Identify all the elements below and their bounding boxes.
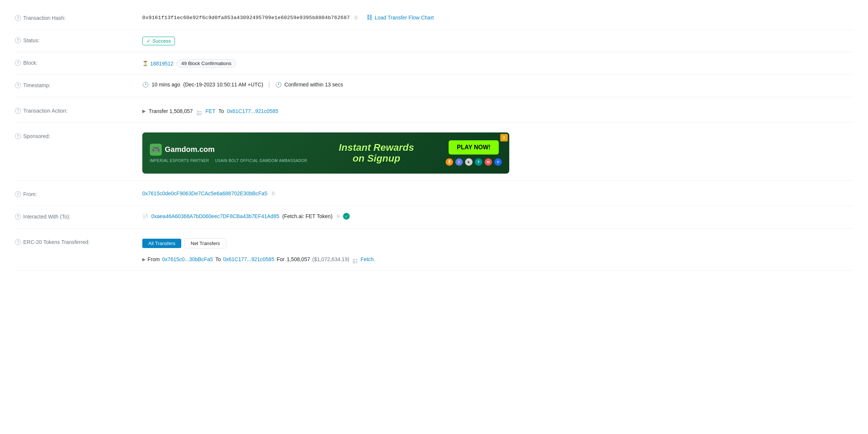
interacted-value-col: 📄 0xaea46A60368A7bD060eec7DF8CBa43b7EF41… <box>142 213 853 220</box>
interacted-address-link[interactable]: 0xaea46A60368A7bD060eec7DF8CBa43b7EF41Ad… <box>151 213 279 219</box>
spacer-1 <box>15 97 853 100</box>
status-help-icon[interactable]: ? <box>15 37 21 43</box>
from-address-link[interactable]: 0x7615c0de0cF9063De7CAc5e6a688702E30bBcF… <box>142 190 267 196</box>
transfer-from-label: From <box>148 256 160 262</box>
sponsor-headline-1: Instant Rewards <box>315 142 438 153</box>
sponsor-crypto-icons: ₿ Ξ Ł T M V <box>446 158 502 166</box>
sponsor-center: Instant Rewards on Signup <box>307 142 446 163</box>
status-value-col: ✓ Success <box>142 37 853 45</box>
bitcoin-icon: ₿ <box>446 158 453 166</box>
confirmations-badge: 49 Block Confirmations <box>176 59 236 68</box>
tx-hash-value: 0x9161f13f1ec60e92f6c9d0fa853a4309249570… <box>142 15 350 21</box>
action-to-address[interactable]: 0x61C177...921c0585 <box>227 108 278 114</box>
sponsor-left: 🎮 Gamdom.com IMPERIAL ESPORTS PARTNER US… <box>150 144 307 163</box>
tx-hash-value-col: 0x9161f13f1ec60e92f6c9d0fa853a4309249570… <box>142 14 853 21</box>
from-row: ? From: 0x7615c0de0cF9063De7CAc5e6a68870… <box>15 184 853 206</box>
erc20-help-icon[interactable]: ? <box>15 239 21 245</box>
transfer-arrow-sm-icon: ▶ <box>142 257 145 262</box>
timestamp-confirm-clock-icon: 🕐 <box>275 82 282 88</box>
block-hourglass-icon: ⏳ <box>142 61 148 66</box>
from-label-text: From: <box>23 191 37 197</box>
tx-action-label: ? Transaction Action: <box>15 107 142 114</box>
timestamp-full: (Dec-19-2023 10:50:11 AM +UTC) <box>183 82 263 88</box>
block-value-col: ⏳ 18819512 49 Block Confirmations <box>142 59 853 68</box>
eth-icon: Ξ <box>455 158 463 166</box>
sponsor-partner1: IMPERIAL ESPORTS PARTNER <box>150 159 209 163</box>
transaction-detail-page: ? Transaction Hash: 0x9161f13f1ec60e92f6… <box>0 0 868 278</box>
erc20-value-col: All Transfers Net Transfers ▶ From 0x761… <box>142 238 853 263</box>
erc20-label: ? ERC-20 Tokens Transferred: <box>15 238 142 245</box>
interacted-help-icon[interactable]: ? <box>15 214 21 220</box>
status-label: ? Status: <box>15 37 142 43</box>
status-check-icon: ✓ <box>146 38 151 44</box>
transfer-usd: ($1,072,634.19) <box>312 256 349 262</box>
status-label-text: Status: <box>23 37 40 43</box>
transfer-to-address[interactable]: 0x61C177...921c0585 <box>223 256 274 262</box>
sponsor-banner[interactable]: X 🎮 Gamdom.com IMPERIAL ESPORTS PARTNER … <box>142 132 509 174</box>
sponsor-brand: Gamdom.com <box>165 145 215 154</box>
status-row: ? Status: ✓ Success <box>15 30 853 52</box>
tx-hash-label-text: Transaction Hash: <box>23 15 66 21</box>
grid-dots-2 <box>352 255 358 263</box>
from-help-icon[interactable]: ? <box>15 191 21 197</box>
sponsored-value-col: X 🎮 Gamdom.com IMPERIAL ESPORTS PARTNER … <box>142 132 853 174</box>
tron-icon: T <box>475 158 482 166</box>
gamdom-logo-icon: 🎮 <box>150 144 162 156</box>
spacer-2 <box>15 123 853 126</box>
interacted-with-row: ? Interacted With (To): 📄 0xaea46A60368A… <box>15 206 853 229</box>
sponsor-right: PLAY NOW! ₿ Ξ Ł T M V <box>446 140 502 166</box>
all-transfers-tab[interactable]: All Transfers <box>142 239 181 248</box>
transfer-token-name[interactable]: Fetch. <box>361 256 375 262</box>
sponsored-label-text: Sponsored: <box>23 133 50 139</box>
timestamp-clock-icon: 🕐 <box>142 82 149 88</box>
contract-icon: 📄 <box>142 214 148 219</box>
sponsor-logo: 🎮 Gamdom.com <box>150 144 307 156</box>
timestamp-separator: | <box>268 82 270 88</box>
sponsor-partner2: USAIN BOLT OFFICIAL GAMDOM AMBASSADOR <box>215 159 307 163</box>
block-number-value: 18819512 <box>150 61 173 67</box>
block-help-icon[interactable]: ? <box>15 60 21 66</box>
tx-hash-help-icon[interactable]: ? <box>15 15 21 21</box>
v-icon: V <box>494 158 502 166</box>
timestamp-label-text: Timestamp: <box>23 82 51 88</box>
load-transfer-flow-chart-btn[interactable]: ⛓ Load Transfer Flow Chart <box>367 14 434 21</box>
status-text: Success <box>152 38 171 44</box>
sponsored-help-icon[interactable]: ? <box>15 133 21 139</box>
action-transfer-text: Transfer 1,508,057 <box>149 108 193 114</box>
sponsored-label: ? Sponsored: <box>15 132 142 139</box>
transfer-for-label: For <box>277 256 285 262</box>
transfer-to-label: To <box>215 256 221 262</box>
action-to-label: To <box>218 108 224 114</box>
block-label-text: Block: <box>23 60 37 66</box>
tx-hash-copy-icon[interactable]: ⎘ <box>355 15 358 21</box>
block-number[interactable]: ⏳ 18819512 <box>142 61 173 67</box>
sponsor-headline-2: on Signup <box>315 153 438 164</box>
from-copy-icon[interactable]: ⎘ <box>272 190 275 196</box>
timestamp-confirmed: Confirmed within 13 secs <box>285 82 343 88</box>
transfer-from-address[interactable]: 0x7615c0...30bBcFa5 <box>162 256 213 262</box>
timestamp-help-icon[interactable]: ? <box>15 82 21 88</box>
timestamp-label: ? Timestamp: <box>15 82 142 88</box>
interacted-name: (Fetch.ai: FET Token) <box>282 213 333 219</box>
status-badge: ✓ Success <box>142 37 175 45</box>
grid-dots-icon <box>196 107 203 115</box>
sponsor-corner-icon: X <box>500 134 508 141</box>
erc20-label-text: ERC-20 Tokens Transferred: <box>23 239 89 245</box>
timestamp-ago: 10 mins ago <box>152 82 180 88</box>
from-label: ? From: <box>15 190 142 197</box>
erc20-transfer-row: ▶ From 0x7615c0...30bBcFa5 To 0x61C177..… <box>142 255 853 263</box>
mc-icon: M <box>485 158 492 166</box>
token-grid-icon-2 <box>353 259 357 263</box>
interacted-label: ? Interacted With (To): <box>15 213 142 220</box>
net-transfers-tab[interactable]: Net Transfers <box>184 238 226 248</box>
flow-chart-label: Load Transfer Flow Chart <box>375 15 434 21</box>
action-token-link[interactable]: FET <box>206 108 215 114</box>
tx-action-label-text: Transaction Action: <box>23 108 68 114</box>
spacer-4 <box>15 229 853 232</box>
tx-action-help-icon[interactable]: ? <box>15 108 21 114</box>
sponsor-play-btn[interactable]: PLAY NOW! <box>449 140 499 155</box>
tx-hash-row: ? Transaction Hash: 0x9161f13f1ec60e92f6… <box>15 7 853 30</box>
action-arrow-icon: ▶ <box>142 109 146 114</box>
block-label: ? Block: <box>15 59 142 66</box>
interacted-copy-icon[interactable]: ⎘ <box>337 213 340 219</box>
